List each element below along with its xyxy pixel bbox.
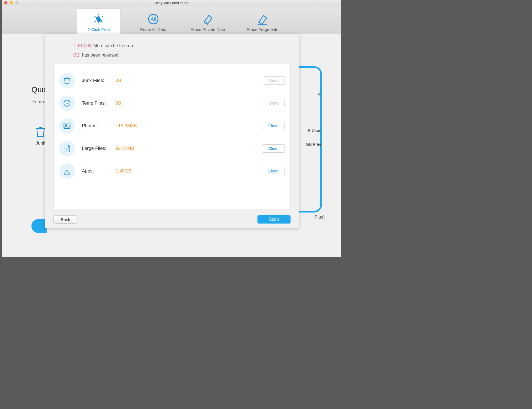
trash-icon (59, 73, 75, 88)
app-icon (59, 163, 75, 179)
tab-1-click-free[interactable]: 1-Click Free (77, 9, 121, 34)
apps-action-button[interactable]: Clean (262, 167, 285, 175)
erase-fragments-icon (256, 13, 269, 25)
junk-files-action-button[interactable]: Done (263, 76, 285, 85)
storage-free-suffix: GB Free (306, 142, 321, 147)
app-window: UkeySoft FoneEraser 1-Click Free All Era… (2, 0, 341, 257)
traffic-lights (4, 1, 18, 4)
titlebar: UkeySoft FoneEraser (2, 0, 341, 6)
maximize-icon[interactable] (15, 1, 18, 4)
row-photos: Photos: 119.98MB Clean (59, 115, 285, 137)
tab-erase-all-data[interactable]: All Erase All Data (131, 9, 175, 34)
svg-rect-6 (64, 123, 70, 129)
row-value: 119.98MB (115, 123, 137, 129)
close-icon[interactable] (4, 1, 7, 4)
bg-junk-label: Junk (36, 141, 45, 146)
row-label: Temp Files: (82, 100, 112, 106)
row-value: 1.45GB (115, 168, 131, 174)
row-apps: Apps: 1.45GB Clean (59, 160, 285, 182)
row-label: Apps: (82, 168, 112, 174)
page-subtitle: Remo (31, 99, 44, 105)
more-free-text: More can be free up. (93, 43, 134, 48)
content-area: Quic Remo Junk al B Used GB Free Plus) 1… (2, 34, 341, 257)
panel-header: 1.66GB More can be free up. 0B has been … (45, 34, 299, 58)
temp-files-action-button[interactable]: Done (263, 99, 285, 107)
window-title: UkeySoft FoneEraser (154, 1, 189, 5)
tab-label: Erase Fragments (246, 27, 278, 32)
row-value: 92.72MB (115, 146, 134, 151)
tab-label: Erase All Data (140, 27, 166, 32)
row-label: Large Files: (82, 146, 112, 151)
back-button[interactable]: Back (53, 215, 77, 224)
erase-all-icon: All (147, 13, 160, 25)
page-title: Quic (31, 85, 47, 94)
tab-label: Erase Private Data (190, 27, 225, 32)
svg-text:All: All (151, 16, 156, 22)
row-temp-files: Temp Files: 0B Done (59, 92, 285, 115)
clock-icon (59, 95, 75, 111)
scan-button[interactable]: Scan (257, 215, 291, 224)
large-files-action-button[interactable]: Clean (262, 144, 285, 153)
tab-erase-private-data[interactable]: Erase Private Data (186, 9, 230, 34)
row-large-files: Large Files: 92.72MB Clean (59, 137, 285, 160)
more-free-value: 1.66GB (73, 43, 91, 48)
row-value: 0B (115, 100, 121, 106)
panel-footer: Back Scan (53, 215, 291, 224)
svg-point-3 (206, 22, 207, 23)
svg-point-2 (156, 22, 157, 24)
minimize-icon[interactable] (10, 1, 13, 4)
tab-label: 1-Click Free (88, 27, 110, 32)
tab-bar: 1-Click Free All Erase All Data Erase Pr… (2, 6, 341, 34)
released-value: 0B (73, 52, 80, 58)
released-text: has been released! (82, 53, 120, 57)
bg-primary-button-fragment[interactable] (31, 219, 47, 233)
click-free-icon (92, 13, 105, 25)
file-icon (59, 141, 75, 156)
row-value: 0B (115, 78, 121, 83)
row-label: Photos: (82, 123, 112, 129)
row-label: Junk Files: (82, 78, 112, 83)
photo-icon (59, 118, 75, 134)
row-junk-files: Junk Files: 0B Done (59, 69, 285, 92)
photos-action-button[interactable]: Clean (262, 122, 285, 130)
tab-erase-fragments[interactable]: Erase Fragments (240, 9, 284, 34)
category-list: Junk Files: 0B Done Temp Files: 0B Done (53, 64, 291, 209)
storage-used-suffix: B Used (308, 128, 321, 133)
svg-point-7 (65, 124, 66, 126)
scan-result-panel: 1.66GB More can be free up. 0B has been … (45, 34, 299, 228)
erase-private-icon (201, 13, 214, 25)
phone-model-suffix: Plus) (315, 215, 325, 220)
phone-label-suffix: al (318, 92, 321, 96)
